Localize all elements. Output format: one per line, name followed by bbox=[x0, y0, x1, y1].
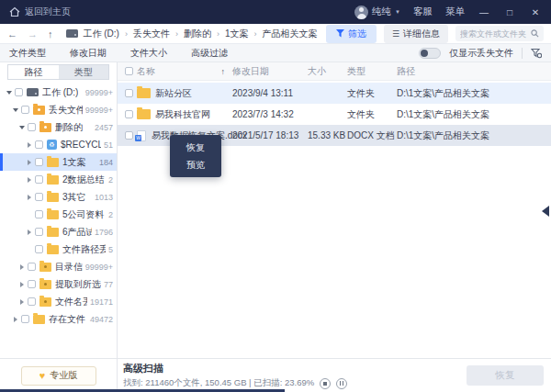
menu-link[interactable]: 菜单 bbox=[445, 6, 465, 18]
sort-asc-icon[interactable]: ↑ bbox=[221, 67, 226, 76]
tree-item[interactable]: 工作 (D:)99999+ bbox=[0, 84, 117, 101]
caret-collapsed-icon[interactable] bbox=[20, 282, 24, 287]
search-icon bbox=[531, 29, 539, 38]
support-link[interactable]: 客服 bbox=[413, 6, 433, 18]
breadcrumb-item[interactable]: 删除的 bbox=[184, 28, 211, 40]
checkbox[interactable] bbox=[28, 123, 36, 131]
breadcrumb-item[interactable]: 1文案 bbox=[225, 28, 249, 40]
checkbox[interactable] bbox=[21, 106, 29, 114]
checkbox[interactable] bbox=[15, 88, 23, 96]
table-row[interactable]: 易我科技官网 2023/7/3 14:32 文件夹 D:\1文案\产品相关文案 bbox=[118, 104, 551, 125]
checkbox[interactable] bbox=[35, 245, 43, 253]
breadcrumb-item[interactable]: 产品相关文案 bbox=[263, 28, 318, 40]
pause-scan-button[interactable] bbox=[336, 378, 347, 389]
caret-collapsed-icon[interactable] bbox=[28, 177, 31, 183]
column-name[interactable]: 名称 bbox=[137, 65, 155, 78]
search-input[interactable] bbox=[460, 29, 531, 39]
username: 纯纯 bbox=[372, 6, 391, 18]
caret-expanded-icon[interactable] bbox=[6, 91, 12, 95]
checkbox[interactable] bbox=[28, 263, 36, 271]
user-account-menu[interactable]: 纯纯 ▼ bbox=[354, 6, 400, 19]
tree-item[interactable]: 3其它1013 bbox=[0, 188, 117, 206]
nav-up-button[interactable]: ↑ bbox=[48, 28, 53, 39]
checkbox[interactable] bbox=[35, 228, 43, 236]
filter-button[interactable]: 筛选 bbox=[326, 25, 377, 43]
tree-item[interactable]: 删除的2457 bbox=[0, 118, 117, 136]
column-size[interactable]: 大小 bbox=[308, 65, 347, 78]
tree-item[interactable]: 提取到所选的77 bbox=[0, 275, 117, 293]
caret-expanded-icon[interactable] bbox=[19, 126, 25, 129]
folder-icon bbox=[39, 280, 51, 289]
tree-item[interactable]: 6产品试用1796 bbox=[0, 223, 117, 241]
modified-date-dropdown[interactable]: 修改日期 bbox=[70, 47, 110, 60]
filter-toolbar: 文件类型 修改日期 文件大小 高级过滤 仅显示丢失文件 bbox=[0, 44, 551, 62]
back-to-home-button[interactable]: 返回到主页 bbox=[9, 6, 71, 18]
file-type-dropdown[interactable]: 文件类型 bbox=[9, 47, 50, 60]
tree-item-selected[interactable]: 1文案184 bbox=[0, 153, 117, 171]
checkbox[interactable] bbox=[125, 110, 133, 118]
close-button[interactable]: ✕ bbox=[529, 7, 542, 17]
caret-collapsed-icon[interactable] bbox=[20, 299, 24, 305]
checkbox[interactable] bbox=[125, 89, 133, 97]
caret-collapsed-icon[interactable] bbox=[28, 230, 31, 235]
clear-filter-icon[interactable] bbox=[531, 48, 542, 59]
nav-back-button[interactable]: ← bbox=[7, 28, 17, 39]
tree-item[interactable]: 5公司资料2 bbox=[0, 206, 117, 223]
collapse-panel-arrow-icon[interactable] bbox=[542, 206, 549, 217]
tree-item[interactable]: 2数据总结2 bbox=[0, 171, 117, 188]
breadcrumb-item[interactable]: 工作 (D:) bbox=[84, 28, 119, 40]
column-path[interactable]: 路径 bbox=[397, 65, 551, 78]
tab-path[interactable]: 路径 bbox=[7, 64, 59, 80]
context-menu-preview[interactable]: 预览 bbox=[170, 156, 221, 174]
lost-files-only-toggle[interactable] bbox=[419, 48, 441, 59]
search-box[interactable] bbox=[455, 26, 544, 41]
chevron-right-icon: › bbox=[217, 29, 219, 39]
list-icon: ☰ bbox=[392, 29, 399, 39]
tab-type[interactable]: 类型 bbox=[59, 64, 110, 80]
column-type[interactable]: 类型 bbox=[347, 65, 397, 78]
advanced-filter-dropdown[interactable]: 高级过滤 bbox=[191, 47, 231, 60]
context-menu-recover[interactable]: 恢复 bbox=[170, 139, 221, 156]
drive-icon bbox=[27, 88, 39, 96]
checkbox[interactable] bbox=[35, 210, 43, 218]
caret-collapsed-icon[interactable] bbox=[14, 317, 17, 322]
caret-expanded-icon[interactable] bbox=[13, 108, 18, 112]
folder-icon bbox=[33, 315, 45, 324]
caret-collapsed-icon[interactable] bbox=[28, 160, 31, 165]
tree-item[interactable]: 文件路径丢失的5 bbox=[0, 241, 117, 258]
breadcrumb-item[interactable]: 丢失文件 bbox=[133, 28, 170, 40]
tree-item[interactable]: 文件名丢失的19171 bbox=[0, 293, 117, 310]
checkbox[interactable] bbox=[35, 158, 43, 166]
nav-forward-button[interactable]: → bbox=[28, 28, 38, 39]
folder-icon bbox=[47, 158, 59, 167]
heart-icon: ♥ bbox=[39, 371, 46, 381]
checkbox[interactable] bbox=[35, 140, 43, 149]
checkbox[interactable] bbox=[28, 297, 36, 306]
caret-collapsed-icon[interactable] bbox=[20, 264, 24, 270]
maximize-button[interactable]: □ bbox=[503, 7, 516, 17]
caret-collapsed-icon[interactable] bbox=[28, 142, 31, 148]
table-row[interactable]: 新站分区 2023/9/4 13:11 文件夹 D:\1文案\产品相关文案 bbox=[118, 83, 551, 104]
app-window: 返回到主页 纯纯 ▼ 客服 菜单 — □ ✕ ← → ↑ 工作 (D:) › 丢… bbox=[0, 0, 551, 392]
scan-info: 找到: 211460个文件, 150.45 GB | 已扫描: 23.69% bbox=[123, 377, 314, 389]
stop-scan-button[interactable] bbox=[320, 378, 331, 389]
checkbox[interactable] bbox=[125, 131, 133, 140]
select-all-checkbox[interactable] bbox=[125, 67, 133, 75]
caret-collapsed-icon[interactable] bbox=[28, 195, 31, 200]
tree-item[interactable]: ♻$RECYCLE.BIN51 bbox=[0, 136, 117, 153]
tree-item[interactable]: 目录信息完整的99999+ bbox=[0, 258, 117, 275]
tree-item[interactable]: 存在文件49472 bbox=[0, 310, 117, 328]
checkbox[interactable] bbox=[28, 280, 36, 288]
details-view-button[interactable]: ☰ 详细信息 bbox=[384, 25, 448, 43]
column-date[interactable]: 修改日期 bbox=[232, 65, 308, 78]
minimize-button[interactable]: — bbox=[478, 7, 490, 17]
checkbox[interactable] bbox=[35, 175, 43, 184]
file-size-dropdown[interactable]: 文件大小 bbox=[130, 47, 171, 60]
pro-version-button[interactable]: ♥ 专业版 bbox=[21, 366, 96, 386]
recover-button-disabled[interactable]: 恢复 bbox=[467, 365, 544, 386]
scan-title: 高级扫描 bbox=[123, 362, 347, 375]
divider bbox=[522, 48, 523, 59]
tree-item[interactable]: 丢失文件99999+ bbox=[0, 101, 117, 118]
checkbox[interactable] bbox=[21, 315, 29, 323]
checkbox[interactable] bbox=[35, 193, 43, 201]
